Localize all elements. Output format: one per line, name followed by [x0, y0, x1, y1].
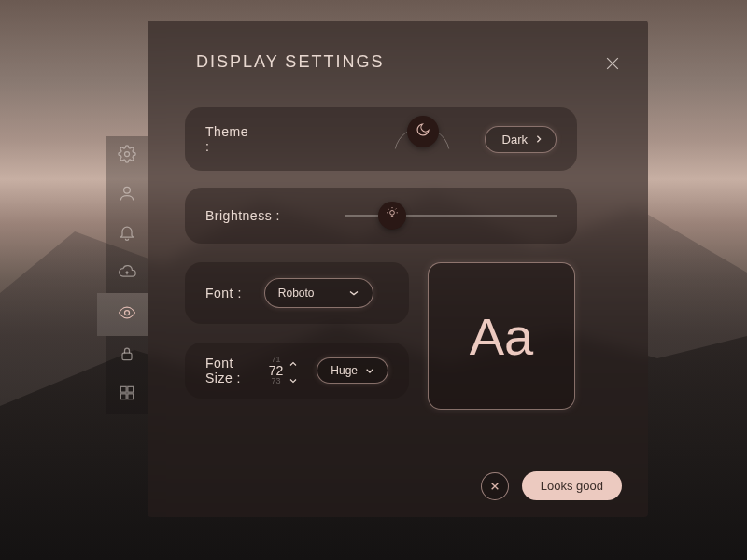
font-select[interactable]: Roboto: [264, 278, 374, 308]
svg-point-2: [125, 311, 130, 315]
bell-icon: [118, 223, 136, 245]
sidebar-item-profile[interactable]: [106, 175, 148, 215]
user-icon: [118, 184, 136, 206]
dialog-footer: Looks good: [481, 471, 622, 500]
svg-rect-7: [128, 394, 134, 399]
sidebar: [106, 136, 148, 420]
eye-icon: [118, 303, 136, 326]
cancel-button[interactable]: [481, 472, 509, 500]
confirm-button[interactable]: Looks good: [522, 471, 622, 500]
font-value: Roboto: [278, 287, 315, 300]
svg-point-8: [389, 211, 394, 216]
svg-rect-4: [120, 386, 126, 392]
fontsize-label: Font Size :: [205, 356, 254, 385]
close-icon: [603, 60, 622, 76]
chevron-up-icon[interactable]: [289, 355, 298, 370]
svg-rect-6: [120, 394, 126, 399]
cloud-upload-icon: [118, 262, 136, 285]
fontsize-next: 73: [272, 377, 281, 385]
sidebar-item-layout[interactable]: [106, 375, 148, 414]
font-row: Font : Roboto: [185, 262, 409, 324]
gear-icon: [118, 145, 136, 167]
chevron-down-icon: [365, 364, 374, 377]
confirm-label: Looks good: [541, 479, 603, 493]
fontsize-spinner[interactable]: 71 72 73: [269, 355, 299, 386]
font-preview-text: Aa: [470, 306, 534, 367]
chevron-down-icon[interactable]: [289, 371, 298, 386]
fontsize-row: Font Size : 71 72 73 Huge: [185, 343, 409, 399]
lightbulb-icon: [386, 207, 399, 224]
brightness-thumb[interactable]: [378, 202, 406, 230]
sidebar-item-notifications[interactable]: [106, 215, 148, 254]
svg-point-0: [125, 152, 130, 157]
chevron-down-icon: [348, 287, 359, 300]
chevron-right-icon: [535, 133, 543, 147]
moon-icon: [416, 122, 430, 141]
lock-icon: [118, 344, 136, 367]
brightness-row: Brightness :: [185, 188, 577, 244]
theme-row: Theme : Dark: [185, 107, 577, 171]
dialog-title: DISPLAY SETTINGS: [196, 52, 622, 72]
theme-value: Dark: [502, 133, 528, 147]
theme-label: Theme :: [205, 124, 256, 154]
sidebar-item-settings[interactable]: [106, 136, 148, 175]
close-button[interactable]: [603, 54, 622, 73]
fontsize-preset-button[interactable]: Huge: [317, 357, 388, 384]
close-icon: [490, 478, 500, 495]
sidebar-item-cloud[interactable]: [106, 254, 148, 293]
brightness-label: Brightness :: [205, 208, 280, 223]
grid-icon: [118, 384, 136, 406]
theme-knob[interactable]: [407, 116, 439, 147]
theme-toggle[interactable]: [387, 114, 456, 165]
sidebar-item-display[interactable]: [97, 293, 148, 336]
display-settings-dialog: DISPLAY SETTINGS Theme : Dark Brightness…: [148, 21, 648, 517]
sidebar-item-security[interactable]: [106, 336, 148, 375]
theme-value-button[interactable]: Dark: [485, 126, 557, 153]
brightness-slider[interactable]: [345, 215, 557, 217]
font-label: Font :: [205, 286, 242, 301]
svg-rect-3: [122, 353, 132, 360]
svg-rect-5: [128, 386, 134, 392]
fontsize-preset: Huge: [331, 364, 358, 377]
svg-point-1: [124, 187, 131, 193]
fontsize-value: 72: [269, 364, 284, 377]
font-preview: Aa: [428, 262, 575, 410]
